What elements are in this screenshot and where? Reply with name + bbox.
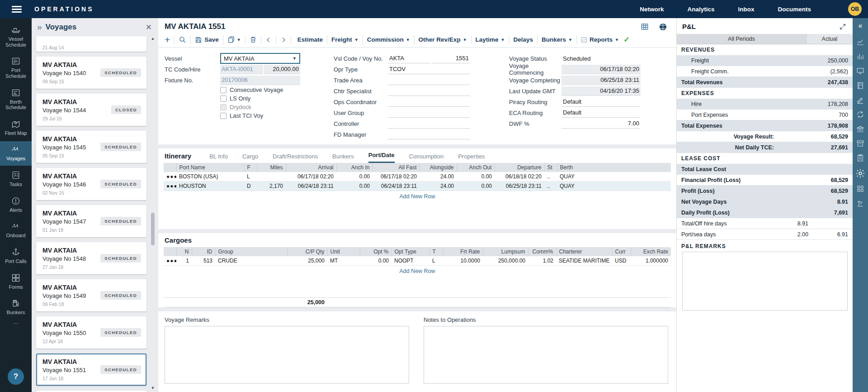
sidebar-item-alerts[interactable]: Alerts [0, 193, 32, 217]
tab-bl-info[interactable]: BL Info [209, 153, 228, 163]
sidebar-item-port-schedule[interactable]: Port Schedule [0, 53, 32, 83]
pnl-tab-all-periods[interactable]: All Periods [677, 34, 807, 44]
delete-icon[interactable] [250, 36, 257, 43]
voyage-card[interactable]: MV AKTAIA Voyage No 1544 29 Jul 15 CLOSE… [36, 94, 146, 126]
bank-icon[interactable] [856, 125, 864, 133]
laytime-menu[interactable]: Laytime▼ [476, 36, 505, 43]
sidebar-item-tasks[interactable]: Tasks [0, 167, 32, 191]
tab-consumption[interactable]: Consumption [409, 153, 444, 163]
voyage-remarks-input[interactable] [165, 326, 409, 384]
sidebar-item-voyages[interactable]: Voyages [0, 141, 32, 166]
cargo-row[interactable]: ●●● 1 513 CRUDE 25,000 MT 0.00 NOOPT L 1… [164, 256, 671, 266]
clipboard-icon[interactable] [856, 154, 864, 162]
ledger-icon[interactable] [856, 81, 864, 90]
voyage-card[interactable]: MV AKTAIA Voyage No 1549 09 Feb 18 SCHED… [36, 279, 146, 311]
user-avatar[interactable]: OB [848, 2, 862, 16]
sidebar-item-forms[interactable]: Forms [0, 270, 32, 294]
voyage-list-scrollbar[interactable]: ▲ ▼ [150, 35, 156, 390]
voyage-card[interactable]: MV AKTAIA Voyage No 1548 27 Jan 18 SCHED… [36, 242, 146, 274]
sidebar-item-berth-schedule[interactable]: Berth Schedule [0, 85, 32, 115]
search-icon[interactable] [179, 36, 186, 43]
voyage-card[interactable]: MV AKTAIA Voyage No 1550 12 Apr 18 SCHED… [36, 316, 146, 349]
controller-field[interactable] [388, 119, 470, 129]
grid-view-icon[interactable] [641, 23, 649, 31]
checkbox-icon[interactable] [220, 113, 226, 119]
sidebar-item-vessel-schedule[interactable]: Vessel Schedule [0, 22, 32, 52]
help-button[interactable]: ? [8, 368, 24, 385]
expand-icon[interactable] [839, 23, 846, 30]
pnl-tab-actual[interactable]: Actual [807, 34, 853, 44]
add-button[interactable]: + [165, 36, 170, 44]
tc-code-field[interactable]: AKTA-I0001 [220, 65, 263, 74]
hamburger-menu-icon[interactable] [12, 6, 22, 13]
chtr-specialist-field[interactable] [388, 86, 470, 96]
tab-draft-restrictions[interactable]: Draft/Restrictions [273, 153, 318, 163]
ls-only-checkbox[interactable]: LS Only [220, 94, 300, 103]
nav-documents[interactable]: Documents [778, 6, 811, 13]
estimate-button[interactable]: Estimate [297, 36, 323, 43]
user-group-field[interactable] [388, 108, 470, 118]
tab-port-date[interactable]: Port/Date [368, 152, 395, 163]
collapse-panel-icon[interactable]: » [37, 22, 42, 32]
voyage-card[interactable]: MV AKTAIA Voyage No 1546 02 Nov 15 SCHED… [36, 168, 146, 200]
checkbox-icon[interactable] [220, 96, 226, 102]
row-menu-icon[interactable]: ●●● [164, 172, 176, 182]
next-record-button[interactable] [280, 36, 287, 43]
piracy-routing-field[interactable]: Default [561, 97, 641, 107]
save-button[interactable]: Save [195, 36, 219, 43]
close-icon[interactable]: ✕ [146, 23, 152, 32]
fixture-no-field[interactable]: 20170006 [220, 76, 300, 85]
checkbox-icon[interactable] [220, 87, 226, 93]
voyage-completing-field[interactable]: 06/25/18 23:11 [561, 76, 641, 85]
dwf-pct-field[interactable]: 7.00 [561, 119, 641, 129]
prev-record-button[interactable] [265, 36, 272, 43]
bunkers-menu[interactable]: Bunkers▼ [542, 36, 572, 43]
voyage-card[interactable]: 21 Aug 14 [36, 36, 146, 52]
voyage-card[interactable]: MV AKTAIA Voyage No 1551 17 Jun 18 SCHED… [36, 354, 146, 386]
notes-to-operations-input[interactable] [424, 326, 668, 384]
vessel-dropdown[interactable]: MV AKTAIA ▼ [220, 53, 300, 64]
sidebar-item-port-calls[interactable]: Port Calls [0, 244, 32, 268]
sync-icon[interactable] [856, 110, 864, 119]
bar-chart-icon[interactable] [856, 53, 864, 61]
copy-menu-button[interactable]: ▼ [227, 36, 241, 43]
row-menu-icon[interactable]: ●●● [164, 256, 176, 266]
sidebar-item-fleet-map[interactable]: Fleet Map [0, 116, 32, 140]
apps-grid-icon[interactable] [856, 185, 864, 193]
last-tci-voy-checkbox[interactable]: Last TCI Voy [220, 111, 300, 120]
scroll-up-arrow[interactable]: ▲ [150, 36, 156, 41]
tab-cargo[interactable]: Cargo [242, 153, 258, 163]
sidebar-item-bunkers[interactable]: Bunkers [0, 295, 32, 320]
row-menu-icon[interactable]: ●●● [164, 182, 176, 191]
itinerary-row[interactable]: ●●● BOSTON (USA) L 06/17/18 02:20 0.00 0… [164, 172, 671, 182]
trade-area-field[interactable] [388, 76, 470, 85]
voyage-card[interactable]: MV AKTAIA Voyage No 1547 01 Jan 18 SCHED… [36, 205, 146, 237]
ops-coordinator-field[interactable] [388, 97, 470, 107]
nav-analytics[interactable]: Analytics [687, 6, 714, 13]
nav-network[interactable]: Network [640, 6, 664, 13]
crane-icon[interactable] [856, 199, 864, 207]
delays-button[interactable]: Delays [514, 36, 533, 43]
collapse-rail-icon[interactable]: « [859, 20, 863, 32]
signature-icon[interactable] [856, 96, 864, 104]
tab-bunkers[interactable]: Bunkers [332, 153, 354, 163]
consecutive-voyage-checkbox[interactable]: Consecutive Voyage [220, 86, 300, 94]
line-chart-icon[interactable] [856, 38, 864, 46]
itinerary-add-new-row[interactable]: Add New Row [164, 191, 671, 203]
eca-routing-field[interactable]: Default [561, 108, 641, 118]
commission-menu[interactable]: Commission▼ [367, 36, 410, 43]
tab-properties[interactable]: Properties [458, 153, 485, 163]
fd-manager-field[interactable] [388, 130, 470, 139]
cargo-add-new-row[interactable]: Add New Row [164, 266, 671, 277]
sidebar-item-onboard[interactable]: Onboard [0, 218, 32, 243]
globe-icon[interactable] [659, 23, 667, 31]
voyage-commencing-field[interactable]: 06/17/18 02:20 [561, 65, 641, 74]
opr-type-field[interactable]: TCOV [388, 65, 470, 74]
itinerary-row[interactable]: ●●● HOUSTON D 2,170 06/24/18 23:11 0.00 … [164, 182, 671, 191]
settings-gear-icon[interactable] [855, 168, 865, 178]
voy-no-field[interactable]: 1551 [432, 54, 470, 63]
vsl-code-field[interactable]: AKTA [388, 54, 431, 63]
scroll-down-arrow[interactable]: ▼ [150, 386, 156, 390]
tc-hire-field[interactable]: 20,000.00 [264, 65, 300, 74]
monitor-icon[interactable] [856, 67, 864, 75]
